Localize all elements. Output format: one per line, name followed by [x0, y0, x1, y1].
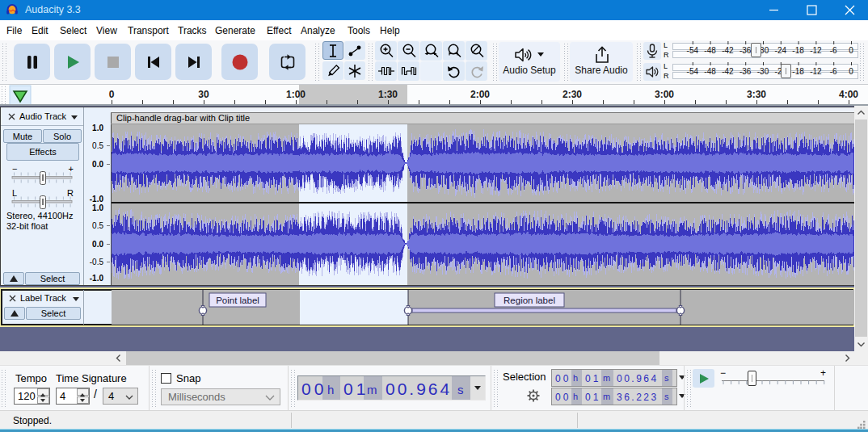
svg-text:1:30: 1:30: [378, 89, 398, 100]
svg-text:-0.5: -0.5: [90, 258, 104, 266]
svg-text:-12: -12: [810, 67, 822, 76]
svg-text:Region label: Region label: [504, 296, 555, 305]
svg-text:-54: -54: [687, 46, 699, 55]
svg-text:-6: -6: [830, 46, 837, 55]
svg-text:-6: -6: [830, 67, 837, 76]
svg-text:-30: -30: [757, 67, 769, 76]
svg-text:-36: -36: [739, 46, 752, 55]
svg-text:-42: -42: [722, 46, 734, 55]
svg-text:-48: -48: [704, 46, 716, 55]
svg-text:-48: -48: [704, 67, 716, 76]
svg-text:1.0: 1.0: [92, 124, 103, 132]
svg-text:0.5: 0.5: [92, 221, 103, 230]
svg-text:-1.0: -1.0: [90, 195, 104, 203]
svg-text:2:00: 2:00: [470, 89, 490, 100]
svg-text:0.0: 0.0: [92, 240, 103, 249]
svg-text:Point label: Point label: [216, 296, 259, 305]
svg-text:-1.0: -1.0: [90, 274, 104, 283]
svg-text:-54: -54: [687, 67, 699, 76]
svg-text:4:00: 4:00: [839, 89, 858, 100]
svg-text:-18: -18: [792, 67, 804, 76]
svg-text:-42: -42: [722, 67, 734, 76]
svg-text:Clip-handle drag-bar with Clip: Clip-handle drag-bar with Clip title: [116, 113, 250, 123]
svg-text:2:30: 2:30: [563, 89, 582, 100]
svg-text:3:00: 3:00: [655, 89, 674, 100]
svg-text:0.0: 0.0: [92, 160, 103, 169]
svg-text:1:00: 1:00: [286, 89, 305, 100]
svg-text:0: 0: [849, 67, 853, 76]
svg-text:-36: -36: [739, 67, 752, 76]
svg-text:-24: -24: [775, 46, 787, 55]
svg-text:3:30: 3:30: [747, 89, 766, 100]
svg-text:0: 0: [849, 46, 853, 55]
svg-text:0: 0: [109, 89, 115, 100]
svg-text:-18: -18: [792, 46, 804, 55]
svg-text:0.5: 0.5: [92, 141, 103, 150]
svg-text:30: 30: [198, 89, 209, 100]
svg-text:-12: -12: [810, 46, 822, 55]
svg-text:1.0: 1.0: [92, 203, 103, 212]
